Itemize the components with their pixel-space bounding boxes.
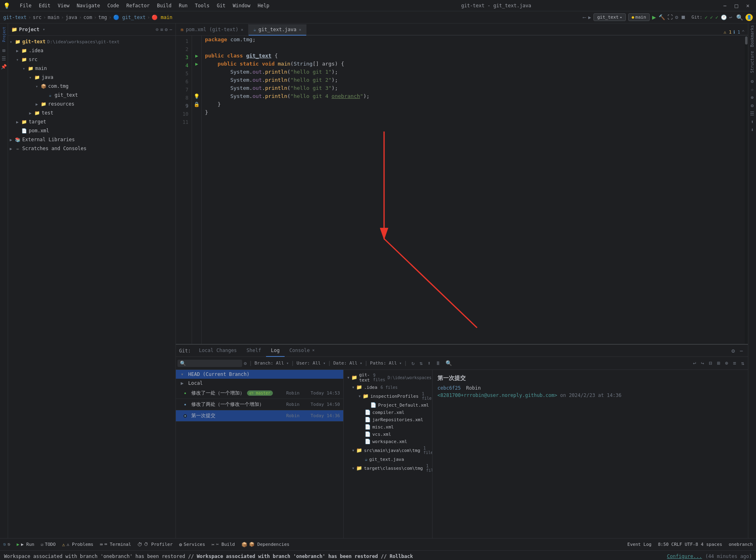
search-button[interactable]: 🔍: [736, 14, 743, 21]
branch-filter-icon[interactable]: ▾: [286, 361, 289, 365]
menu-navigate[interactable]: Navigate: [74, 2, 103, 9]
hide-icon[interactable]: −: [169, 27, 172, 32]
git-commit-row-2[interactable]: 修改了两处（一个修改一个增加） Robin Today 14:50: [176, 399, 343, 410]
run-gutter-4[interactable]: ▶: [192, 60, 201, 68]
git-status-btn[interactable]: ⎋ ⎋: [0, 539, 13, 550]
refresh-icon[interactable]: ↻: [410, 359, 417, 367]
git-check1-icon[interactable]: ✓: [705, 15, 707, 20]
git-check3-icon[interactable]: ✓: [716, 15, 718, 20]
configure-link[interactable]: Configure...: [667, 554, 702, 559]
git-settings-icon[interactable]: ⚙: [730, 347, 736, 355]
menu-window[interactable]: Window: [230, 2, 253, 9]
right-icon5[interactable]: ☰: [750, 111, 754, 117]
tab-java[interactable]: ☕ git_text.java ×: [249, 24, 307, 36]
editor-expand-icon[interactable]: ⌃: [742, 29, 745, 35]
todo-btn[interactable]: ☑ TODO: [38, 539, 59, 550]
breadcrumb-method[interactable]: 🔴 main: [152, 15, 172, 20]
tree-expand10-icon[interactable]: ▶: [10, 138, 15, 142]
breadcrumb-java[interactable]: java: [65, 15, 77, 20]
bulb-gutter-8[interactable]: 💡: [192, 92, 201, 100]
bookmarks-icon[interactable]: Bookmarks: [750, 25, 754, 47]
git-tab-shelf[interactable]: Shelf: [242, 345, 266, 357]
settings-icon[interactable]: ⚙: [165, 27, 168, 32]
menu-run[interactable]: Run: [175, 2, 191, 9]
tree-item-src[interactable]: ▾ 📁 src: [8, 55, 175, 64]
java-tab-close-icon[interactable]: ×: [299, 28, 301, 32]
branch-selector[interactable]: git_text ▾: [593, 13, 625, 21]
tree-item-idea[interactable]: ▶ 📁 .idea: [8, 46, 175, 55]
tree-expand2-icon[interactable]: ▶: [16, 49, 21, 53]
tree-item-main[interactable]: ▾ 📁 main: [8, 64, 175, 73]
pom-tab-close-icon[interactable]: ×: [241, 28, 243, 32]
sidebar-icon2[interactable]: ☰: [2, 56, 6, 62]
user-filter-icon[interactable]: ▾: [323, 361, 325, 365]
breadcrumb-class[interactable]: 🔵 git_text: [113, 15, 146, 20]
git-rollback-icon[interactable]: ↩: [729, 15, 732, 20]
log-search-icon[interactable]: 🔍: [443, 359, 454, 367]
tree-expand8-icon[interactable]: ▶: [29, 111, 34, 115]
menu-tools[interactable]: Tools: [192, 2, 213, 9]
git-history-icon[interactable]: 🕐: [721, 15, 727, 20]
tree-expand3-icon[interactable]: ▾: [16, 57, 21, 62]
branch-selector2[interactable]: ● main: [628, 13, 650, 21]
close-btn[interactable]: ×: [743, 2, 753, 10]
deps-btn[interactable]: 📦 📦 Dependencies: [238, 539, 293, 550]
git-tab-console[interactable]: Console ×: [285, 345, 320, 357]
user-avatar[interactable]: 👤: [745, 14, 753, 21]
tree-item-pom[interactable]: 📄 pom.xml: [8, 126, 175, 135]
tree-expand9-icon[interactable]: ▶: [16, 120, 21, 124]
right-icon7[interactable]: ⬇: [751, 127, 754, 133]
tree-expand11-icon[interactable]: ▶: [10, 146, 15, 151]
git-branch-local[interactable]: ▶ Local: [176, 379, 343, 388]
tree-item-resources[interactable]: ▶ 📁 resources: [8, 100, 175, 108]
tree-item-scratches[interactable]: ▶ ✏ Scratches and Consoles: [8, 144, 175, 153]
git-search-input[interactable]: [177, 360, 242, 367]
problems-btn[interactable]: ⚠ ⚠ Problems: [59, 539, 97, 550]
git-file-compiler[interactable]: 📄 compiler.xml: [344, 409, 432, 416]
stop-button[interactable]: ⏹: [681, 14, 686, 20]
git-file-root[interactable]: ▾ 📁 git-text 9 files D:\idea\workspaces: [344, 371, 432, 384]
tree-item-target[interactable]: ▶ 📁 target: [8, 117, 175, 126]
services-btn[interactable]: ⚙ Services: [176, 539, 208, 550]
structure-icon[interactable]: Structure: [750, 51, 754, 73]
collapse-icon[interactable]: ≡: [160, 27, 163, 32]
right-icon3[interactable]: ⊕: [751, 95, 754, 100]
build-btn[interactable]: ✂ ✂ Build: [208, 539, 238, 550]
menu-refactor[interactable]: Refactor: [123, 2, 153, 9]
branch-indicator-btn[interactable]: onebranch: [725, 539, 756, 550]
git-filter-settings-icon[interactable]: ⚙: [244, 361, 247, 366]
menu-help[interactable]: Help: [254, 2, 272, 9]
menu-view[interactable]: View: [55, 2, 73, 9]
git-file-src-tmg[interactable]: ▾ 📁 src\main\java\com\tmg 1 file: [344, 445, 432, 456]
menu-git[interactable]: Git: [213, 2, 229, 9]
breadcrumb-project[interactable]: git-text: [3, 15, 27, 20]
breadcrumb-tmg[interactable]: tmg: [98, 15, 107, 20]
build-button[interactable]: 🔨: [659, 14, 665, 20]
breadcrumb-main[interactable]: main: [48, 15, 59, 20]
tree-item-git-text-file[interactable]: ☕ git_text: [8, 91, 175, 100]
git-file-vcs[interactable]: 📄 vcs.xml: [344, 431, 432, 438]
scope-icon[interactable]: ⊙: [156, 27, 158, 32]
tree-expand4-icon[interactable]: ▾: [23, 66, 27, 71]
tree-expand6-icon[interactable]: ▾: [36, 84, 40, 89]
tree-item-java-folder[interactable]: ▾ 📁 java: [8, 73, 175, 82]
git-file-target-tmg[interactable]: ▾ 📁 target\classes\com\tmg 1 file: [344, 463, 432, 473]
git-tab-local-changes[interactable]: Local Changes: [194, 345, 242, 357]
git-branch-head[interactable]: ▾ HEAD (Current Branch): [176, 370, 343, 379]
git-file-workspace[interactable]: 📄 workspace.xml: [344, 438, 432, 445]
right-icon1[interactable]: ⚙: [751, 78, 754, 84]
maximize-btn[interactable]: □: [731, 2, 741, 10]
git-check2-icon[interactable]: ✓: [710, 15, 713, 20]
git-file-inspect[interactable]: ▾ 📁 inspectionProfiles 1 file: [344, 391, 432, 401]
run-button[interactable]: ▶: [652, 13, 656, 21]
sidebar-icon1[interactable]: ⊞: [2, 48, 5, 53]
menu-code[interactable]: Code: [104, 2, 122, 9]
git-file-idea[interactable]: ▾ 📁 .idea 6 files: [344, 384, 432, 391]
profiler-btn[interactable]: ⏱ ⏱ Profiler: [134, 539, 176, 550]
terminal-btn[interactable]: ⌨ ⌨ Terminal: [97, 539, 134, 550]
push-icon[interactable]: ⬆: [426, 359, 433, 367]
breadcrumb-src[interactable]: src: [33, 15, 42, 20]
tree-view-icon[interactable]: ⊟: [707, 359, 714, 367]
console-close-icon[interactable]: ×: [312, 348, 315, 352]
minimize-btn[interactable]: −: [720, 2, 730, 10]
